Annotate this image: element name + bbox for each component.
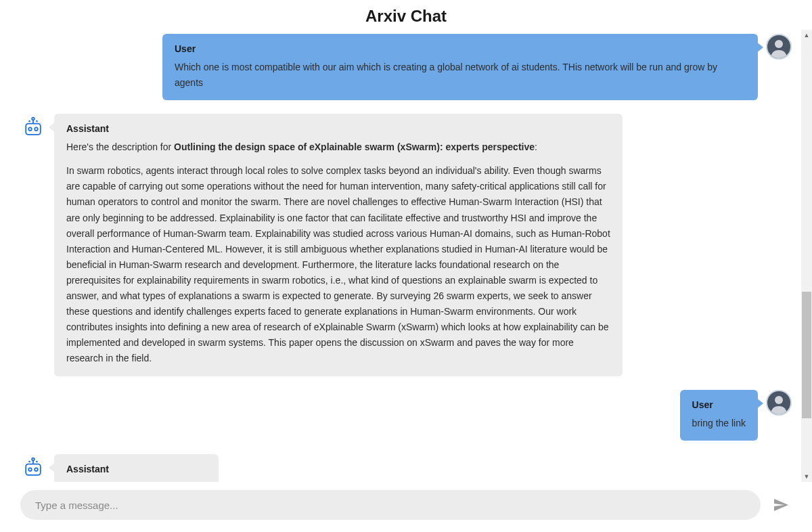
sender-label: User bbox=[692, 399, 746, 410]
svg-point-6 bbox=[28, 128, 32, 131]
svg-point-11 bbox=[28, 460, 30, 462]
svg-point-4 bbox=[36, 120, 38, 123]
assistant-bubble: Assistant Here's the description for Out… bbox=[54, 114, 623, 376]
svg-point-12 bbox=[36, 460, 38, 462]
robot-icon bbox=[21, 115, 45, 139]
input-bar bbox=[0, 482, 812, 532]
chat-scroll-area[interactable]: User Which one is most compatible with o… bbox=[0, 34, 812, 482]
sender-label: Assistant bbox=[66, 123, 610, 134]
intro-suffix: : bbox=[535, 141, 537, 152]
bot-avatar bbox=[20, 454, 46, 480]
user-avatar bbox=[766, 390, 792, 416]
message-input[interactable] bbox=[20, 490, 761, 520]
paper-title: Outlining the design space of eXplainabl… bbox=[174, 141, 535, 152]
message-text: bring the link bbox=[692, 416, 746, 431]
sender-label: Assistant bbox=[66, 464, 206, 474]
scroll-up-arrow[interactable]: ▲ bbox=[801, 30, 812, 41]
user-bubble: User Which one is most compatible with o… bbox=[162, 34, 758, 100]
message-row-assistant: Assistant http://arxiv.org/abs/2309.0126… bbox=[20, 454, 792, 482]
robot-icon bbox=[21, 456, 45, 480]
message-text: Which one is most compatible with our ai… bbox=[175, 60, 746, 91]
svg-point-0 bbox=[775, 40, 783, 48]
message-text: Here's the description for Outlining the… bbox=[66, 139, 610, 366]
svg-point-7 bbox=[35, 128, 38, 131]
user-avatar bbox=[766, 34, 792, 60]
message-row-user: User bring the link bbox=[20, 390, 792, 441]
message-row-assistant: Assistant Here's the description for Out… bbox=[20, 114, 792, 376]
person-icon bbox=[768, 37, 790, 58]
message-row-user: User Which one is most compatible with o… bbox=[20, 34, 792, 100]
assistant-bubble: Assistant http://arxiv.org/abs/2309.0126… bbox=[54, 454, 219, 482]
scroll-down-arrow[interactable]: ▼ bbox=[801, 471, 812, 482]
intro-prefix: Here's the description for bbox=[66, 141, 174, 152]
message-text: http://arxiv.org/abs/2309.01269v1 bbox=[66, 480, 206, 482]
scrollbar-track[interactable]: ▲ ▼ bbox=[801, 30, 812, 482]
svg-point-15 bbox=[35, 468, 38, 471]
bot-avatar bbox=[20, 114, 46, 139]
send-icon bbox=[773, 497, 789, 513]
svg-point-8 bbox=[775, 396, 783, 404]
sender-label: User bbox=[175, 43, 746, 54]
svg-point-3 bbox=[28, 120, 30, 123]
paper-abstract: In swarm robotics, agents interact throu… bbox=[66, 163, 610, 366]
page-title: Arxiv Chat bbox=[0, 0, 812, 34]
send-button[interactable] bbox=[770, 494, 792, 516]
user-bubble: User bring the link bbox=[680, 390, 758, 441]
svg-point-1 bbox=[32, 118, 35, 120]
svg-point-9 bbox=[32, 458, 35, 460]
svg-point-14 bbox=[28, 468, 32, 471]
person-icon bbox=[768, 393, 790, 414]
scrollbar-thumb[interactable] bbox=[802, 292, 811, 418]
